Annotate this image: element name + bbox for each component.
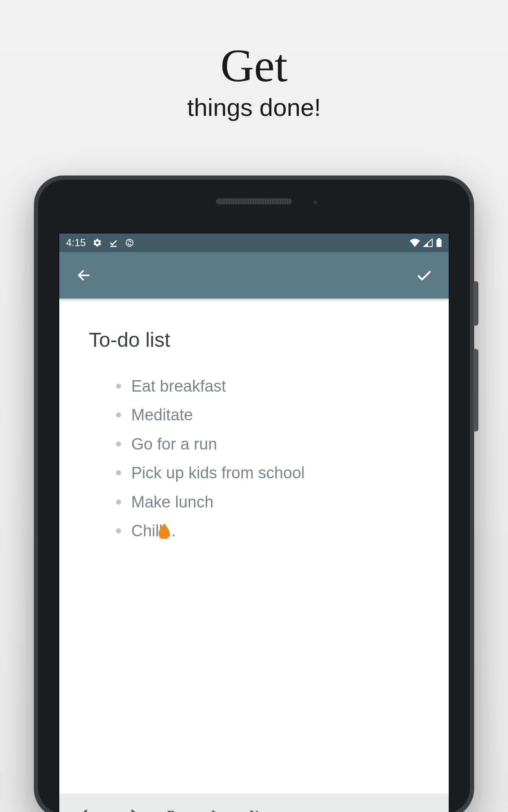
- sync-off-icon: [125, 238, 134, 247]
- note-editor[interactable]: To-do list Eat breakfast Meditate Go for…: [59, 299, 449, 794]
- status-bar: 4:15: [59, 233, 449, 252]
- h3-button[interactable]: H3: [367, 810, 389, 812]
- tablet-device-frame: 4:15: [34, 176, 474, 812]
- promo-heading: Get things done!: [0, 0, 508, 121]
- h4-button[interactable]: H: [409, 810, 430, 812]
- svg-point-1: [126, 239, 133, 247]
- redo-button[interactable]: [119, 806, 141, 812]
- status-time: 4:15: [66, 237, 86, 249]
- underline-button[interactable]: U: [243, 807, 265, 812]
- list-item[interactable]: Eat breakfast: [116, 372, 419, 401]
- battery-icon: [436, 238, 442, 247]
- note-title[interactable]: To-do list: [89, 328, 419, 351]
- h1-button[interactable]: H1: [285, 810, 306, 812]
- promo-subtitle: things done!: [0, 93, 508, 121]
- download-done-icon: [109, 238, 118, 247]
- undo-icon: [80, 808, 97, 812]
- device-speaker: [216, 198, 292, 204]
- h2-button[interactable]: H2: [326, 810, 347, 812]
- undo-button[interactable]: [78, 806, 99, 812]
- back-button[interactable]: [72, 263, 96, 287]
- list-item[interactable]: Go for a run: [116, 430, 419, 458]
- device-power-button: [473, 281, 478, 326]
- promo-title: Get: [0, 42, 508, 89]
- screen: 4:15: [58, 233, 450, 812]
- gear-icon: [93, 238, 102, 247]
- text-cursor-handle[interactable]: [156, 522, 173, 539]
- confirm-button[interactable]: [412, 263, 436, 287]
- format-toolbar: B I U H1 H2 H3 H: [59, 794, 449, 812]
- signal-icon: [423, 239, 433, 247]
- redo-icon: [121, 808, 138, 812]
- device-camera: [313, 200, 318, 204]
- svg-rect-3: [438, 238, 440, 239]
- wifi-icon: [410, 239, 420, 247]
- device-volume-button: [473, 349, 478, 431]
- check-icon: [416, 267, 433, 284]
- app-bar: [59, 252, 449, 299]
- note-list[interactable]: Eat breakfast Meditate Go for a run Pick…: [89, 372, 419, 545]
- italic-button[interactable]: I: [202, 807, 223, 812]
- bold-button[interactable]: B: [160, 807, 182, 812]
- svg-rect-2: [436, 239, 442, 247]
- list-item[interactable]: Meditate: [116, 401, 419, 429]
- list-item[interactable]: Make lunch: [116, 488, 419, 516]
- list-item[interactable]: Pick up kids from school: [116, 458, 419, 487]
- arrow-left-icon: [76, 268, 91, 283]
